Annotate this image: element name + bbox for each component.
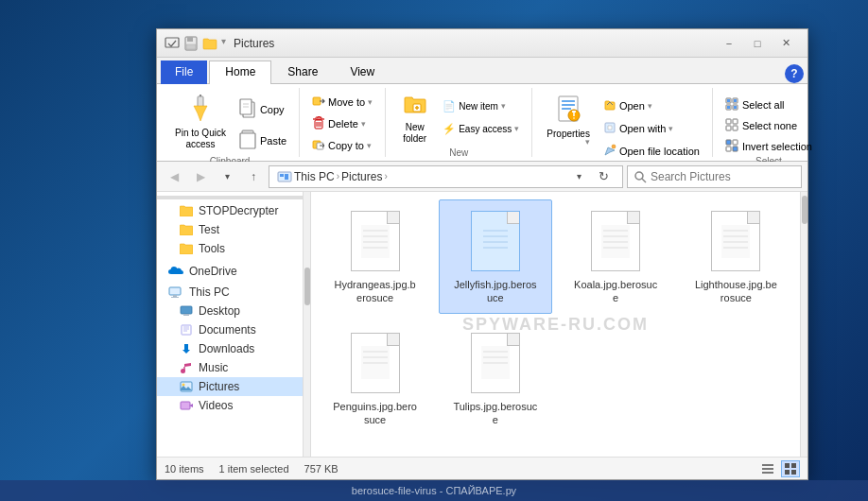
file-area-scrollbar-thumb[interactable] [802, 196, 807, 224]
open-button[interactable]: Open ▾ [599, 95, 704, 116]
open-label: Open [619, 100, 645, 112]
close-button[interactable]: ✕ [772, 34, 800, 53]
select-all-button[interactable]: Select all [720, 95, 817, 114]
file-page-selected [471, 211, 520, 271]
breadcrumb-this-pc[interactable]: This PC [294, 170, 335, 183]
delete-button[interactable]: ✕ Delete ▾ [307, 113, 377, 134]
svg-rect-13 [313, 97, 321, 105]
stopdecrypter-label: STOPDecrypter [199, 204, 278, 217]
svg-rect-45 [734, 106, 737, 109]
search-input[interactable] [651, 170, 795, 183]
quick-access-icon[interactable] [165, 36, 180, 51]
ribbon-select-group: Select all Select no [717, 88, 825, 157]
svg-line-58 [642, 179, 646, 182]
sidebar-item-onedrive[interactable]: OneDrive [157, 262, 303, 281]
svg-rect-12 [240, 133, 255, 148]
sidebar-item-tools[interactable]: Tools [157, 239, 303, 258]
properties-button[interactable]: Properties ▾ [540, 92, 597, 149]
invert-selection-button[interactable]: Invert selection [720, 137, 817, 156]
clipboard-content: Pin to Quickaccess [168, 88, 291, 156]
pin-to-quick-access-button[interactable]: Pin to Quickaccess [168, 92, 233, 153]
sidebar-item-downloads[interactable]: Downloads [157, 339, 303, 358]
file-area-scrollbar[interactable] [800, 192, 807, 457]
file-item-lighthouse[interactable]: Lighthouse.jpg.berosuce [680, 199, 792, 314]
tab-home[interactable]: Home [209, 60, 271, 84]
sidebar-item-pictures[interactable]: Pictures [157, 377, 303, 396]
file-name-penguins: Penguins.jpg.berosuce [333, 400, 418, 427]
forward-button[interactable]: ▶ [189, 165, 212, 188]
sidebar-scroll-top [157, 196, 303, 199]
file-item-jellyfish[interactable]: Jellyfish.jpg.berosuce [439, 199, 551, 314]
copy-to-button[interactable]: Copy to ▾ [307, 135, 377, 156]
address-box[interactable]: This PC › Pictures › ▾ ↻ [269, 165, 623, 188]
svg-rect-59 [169, 287, 181, 295]
open-location-label: Open file location [619, 146, 700, 157]
recent-locations-button[interactable]: ▾ [216, 165, 238, 188]
new-folder-button[interactable]: Newfolder [393, 92, 436, 147]
title-controls: − □ ✕ [715, 34, 800, 53]
file-name-hydrangeas: Hydrangeas.jpg.berosuce [333, 278, 418, 305]
file-icon-hydrangeas [347, 208, 404, 274]
svg-rect-106 [791, 463, 796, 468]
test-label: Test [199, 223, 219, 236]
sidebar: STOPDecrypter Test Tools [157, 192, 304, 457]
svg-rect-49 [733, 126, 738, 130]
copy-button[interactable]: Copy [234, 95, 291, 125]
file-item-tulips[interactable]: Tulips.jpg.berosuce [439, 321, 551, 436]
sidebar-item-stopdecrypter[interactable]: STOPDecrypter [157, 201, 303, 220]
tab-view[interactable]: View [334, 60, 391, 84]
maximize-button[interactable]: □ [743, 34, 772, 53]
videos-icon [180, 400, 193, 411]
file-item-hydrangeas[interactable]: Hydrangeas.jpg.berosuce [319, 199, 431, 314]
svg-rect-3 [186, 44, 196, 49]
open-location-button[interactable]: Open file location [599, 141, 704, 162]
music-icon [180, 362, 193, 373]
open-icon [603, 98, 616, 113]
svg-rect-63 [183, 314, 189, 316]
up-button[interactable]: ↑ [242, 165, 265, 188]
file-thumbnail [721, 225, 750, 258]
sidebar-item-this-pc[interactable]: This PC [157, 283, 303, 302]
items-count: 10 items [165, 463, 204, 475]
back-button[interactable]: ◀ [163, 165, 185, 188]
file-item-penguins[interactable]: Penguins.jpg.berosuce [319, 321, 431, 436]
status-bar: 10 items 1 item selected 757 KB [157, 457, 807, 479]
tab-share[interactable]: Share [271, 60, 334, 84]
svg-rect-51 [733, 140, 738, 145]
easy-access-button[interactable]: ⚡ Easy access ▾ [438, 118, 524, 139]
breadcrumb-pictures[interactable]: Pictures [341, 170, 382, 183]
address-dropdown-button[interactable]: ▾ [567, 165, 590, 188]
sidebar-item-videos[interactable]: Videos [157, 396, 303, 415]
copy-icon [239, 98, 256, 122]
sidebar-item-documents[interactable]: Documents [157, 320, 303, 339]
open-with-button[interactable]: Open with ▾ [599, 118, 704, 139]
file-thumbnail [481, 225, 510, 258]
open-content: Properties ▾ Open [540, 88, 704, 162]
tools-label: Tools [199, 242, 225, 255]
file-item-koala[interactable]: Koala.jpg.berosuce [560, 199, 672, 314]
new-item-button[interactable]: 📄 New item ▾ [438, 95, 524, 116]
sidebar-scrollbar[interactable] [304, 192, 311, 457]
select-all-label: Select all [742, 99, 785, 111]
grid-view-button[interactable] [781, 460, 800, 477]
sidebar-item-music[interactable]: Music [157, 358, 303, 377]
file-thumbnail [361, 225, 390, 258]
save-icon[interactable] [183, 36, 199, 51]
sidebar-item-test[interactable]: Test [157, 220, 303, 239]
minimize-button[interactable]: − [715, 34, 743, 53]
select-none-button[interactable]: Select none [720, 116, 817, 135]
sidebar-item-desktop[interactable]: Desktop [157, 302, 303, 320]
list-view-button[interactable] [758, 460, 777, 477]
file-name-lighthouse: Lighthouse.jpg.berosuce [693, 278, 778, 305]
move-to-button[interactable]: Move to ▾ [307, 92, 377, 112]
svg-rect-105 [785, 463, 790, 468]
pictures-label: Pictures [199, 380, 239, 393]
sidebar-scrollbar-thumb[interactable] [304, 268, 310, 305]
taskbar-text: berosuce-file-virus - СПАЙВАРЕ.ру [352, 485, 516, 496]
tab-file[interactable]: File [161, 60, 207, 84]
help-button[interactable]: ? [785, 64, 804, 83]
search-box[interactable] [627, 165, 802, 188]
items-selected: 1 item selected [219, 463, 289, 475]
refresh-button[interactable]: ↻ [592, 165, 615, 188]
paste-button[interactable]: Paste [234, 127, 291, 156]
